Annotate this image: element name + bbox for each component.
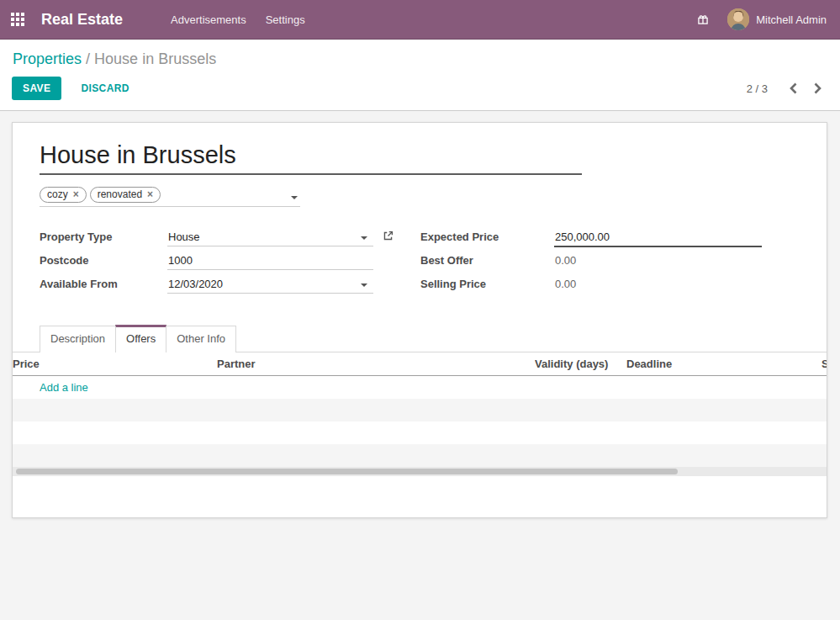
empty-row <box>13 399 827 421</box>
discard-button[interactable]: DISCARD <box>74 77 135 100</box>
gift-icon[interactable] <box>697 13 709 25</box>
selling-price-amount: 0.00 <box>555 278 576 290</box>
tag-label: renovated <box>98 188 142 200</box>
tags-input[interactable]: cozy × renovated × <box>40 187 300 207</box>
expected-price-value: 250,000.00 <box>555 231 610 243</box>
apps-menu-icon[interactable] <box>11 13 24 26</box>
column-header-status[interactable]: Status <box>810 352 827 375</box>
available-from-dropdown-icon[interactable] <box>361 284 367 287</box>
tab-description[interactable]: Description <box>40 326 116 352</box>
postcode-input[interactable]: 1000 <box>167 251 373 270</box>
best-offer-value: 0.00 <box>554 251 762 269</box>
notebook-tabs: Description Offers Other Info <box>13 325 827 352</box>
user-avatar[interactable] <box>727 8 749 30</box>
app-name[interactable]: Real Estate <box>41 11 123 29</box>
add-a-line-link[interactable]: Add a line <box>40 381 88 394</box>
column-header-price[interactable]: Price <box>13 352 209 375</box>
tag-renovated: renovated × <box>90 187 161 203</box>
menu-advertisements[interactable]: Advertisements <box>171 10 246 29</box>
postcode-label: Postcode <box>40 251 167 267</box>
property-type-external-link-icon[interactable] <box>383 231 394 241</box>
tag-remove-icon[interactable]: × <box>73 188 79 200</box>
control-panel-buttons: SAVE DISCARD 2 / 3 <box>0 77 840 100</box>
empty-row <box>13 421 827 444</box>
fields-left: Property Type House Postcode <box>40 227 395 298</box>
selling-price-label: Selling Price <box>420 274 554 290</box>
property-type-dropdown-icon[interactable] <box>361 236 367 240</box>
property-name-input[interactable]: House in Brussels <box>40 141 582 175</box>
pager: 2 / 3 <box>747 81 840 96</box>
tab-offers[interactable]: Offers <box>115 325 166 352</box>
field-groups: Property Type House Postcode <box>13 227 827 298</box>
column-header-partner[interactable]: Partner <box>209 352 535 375</box>
horizontal-scrollbar[interactable] <box>13 467 827 476</box>
expected-price-label: Expected Price <box>420 227 554 243</box>
postcode-value: 1000 <box>168 254 193 267</box>
user-menu[interactable]: Mitchell Admin <box>756 13 827 26</box>
save-button[interactable]: SAVE <box>12 77 61 100</box>
navbar-right: Mitchell Admin <box>697 8 840 30</box>
main-menu: Advertisements Settings <box>171 10 305 29</box>
tab-other-info[interactable]: Other Info <box>166 326 236 352</box>
best-offer-amount: 0.00 <box>555 254 576 267</box>
tag-cozy: cozy × <box>40 187 87 203</box>
available-from-value: 12/03/2020 <box>168 278 223 290</box>
expected-price-input[interactable]: 250,000.00 <box>554 227 762 247</box>
available-from-label: Available From <box>40 274 167 290</box>
property-type-label: Property Type <box>40 227 167 243</box>
breadcrumb-separator: / <box>86 50 90 67</box>
breadcrumb-current: House in Brussels <box>94 50 216 67</box>
property-type-value: House <box>168 231 200 243</box>
scrollbar-thumb[interactable] <box>16 469 678 474</box>
form-sheet: House in Brussels cozy × renovated × Pro… <box>12 122 827 518</box>
breadcrumb-properties[interactable]: Properties <box>13 50 82 67</box>
top-navbar: Real Estate Advertisements Settings Mitc… <box>0 0 840 40</box>
available-from-input[interactable]: 12/03/2020 <box>167 274 373 294</box>
selling-price-value: 0.00 <box>554 274 762 293</box>
pager-value: 2 / 3 <box>747 82 768 95</box>
empty-row <box>13 444 827 467</box>
property-type-input[interactable]: House <box>167 227 373 246</box>
main-content: House in Brussels cozy × renovated × Pro… <box>0 111 840 518</box>
control-panel: Properties / House in Brussels SAVE DISC… <box>0 40 840 111</box>
breadcrumb: Properties / House in Brussels <box>13 49 840 69</box>
fields-right: Expected Price 250,000.00 Best Offer 0.0… <box>420 227 762 298</box>
best-offer-label: Best Offer <box>420 251 554 267</box>
add-line-row: Add a line <box>13 376 827 399</box>
pager-next-icon[interactable] <box>809 81 827 96</box>
tag-remove-icon[interactable]: × <box>147 188 153 200</box>
menu-settings[interactable]: Settings <box>266 10 305 29</box>
column-header-validity[interactable]: Validity (days) <box>535 352 620 375</box>
column-header-deadline[interactable]: Deadline <box>620 352 810 375</box>
tag-label: cozy <box>47 188 68 200</box>
pager-previous-icon[interactable] <box>785 81 802 96</box>
tags-dropdown-icon[interactable] <box>291 196 298 199</box>
offers-list: Price Partner Validity (days) Deadline S… <box>13 352 827 476</box>
